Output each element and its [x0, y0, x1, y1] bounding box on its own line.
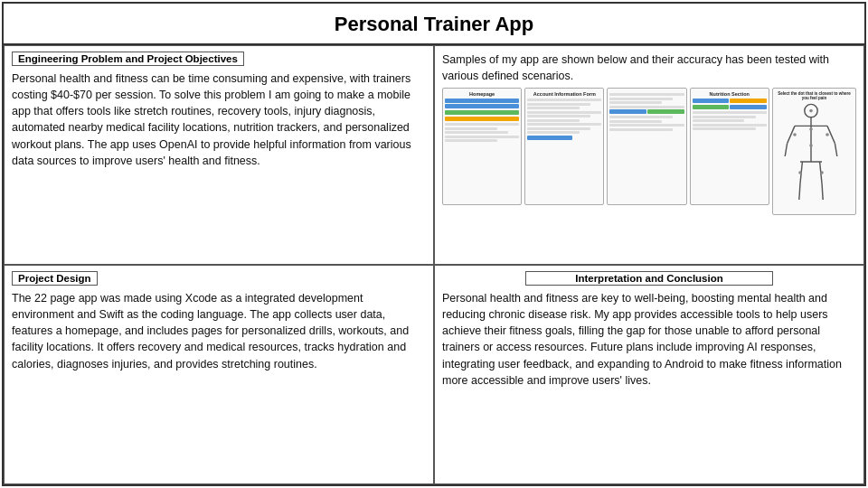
- outer-container: Personal Trainer App Engineering Problem…: [2, 2, 866, 486]
- cell-conclusion: Interpretation and Conclusion Personal h…: [434, 265, 864, 484]
- screen-homepage: Homepage: [442, 88, 522, 205]
- body-diagram-icon: [775, 102, 847, 211]
- cell-engineering-problem: Engineering Problem and Project Objectiv…: [4, 45, 434, 265]
- project-design-label: Project Design: [12, 271, 98, 286]
- svg-point-16: [793, 133, 797, 136]
- cell-project-design: Project Design The 22 page app was made …: [4, 265, 434, 484]
- cell-screenshots: Samples of my app are shown below and th…: [434, 45, 864, 265]
- conclusion-label: Interpretation and Conclusion: [525, 271, 774, 286]
- svg-line-4: [785, 144, 787, 156]
- content-grid: Engineering Problem and Project Objectiv…: [4, 45, 864, 484]
- svg-point-18: [798, 171, 802, 174]
- svg-point-14: [809, 127, 813, 131]
- svg-point-15: [809, 144, 813, 147]
- page-title: Personal Trainer App: [4, 13, 864, 36]
- svg-line-12: [822, 183, 823, 200]
- screenshots-intro: Samples of my app are shown below and th…: [442, 52, 856, 84]
- svg-line-6: [835, 144, 836, 156]
- engineering-problem-label: Engineering Problem and Project Objectiv…: [12, 52, 244, 66]
- screen-account-form: Account Information Form: [524, 88, 604, 205]
- title-bar: Personal Trainer App: [4, 4, 864, 45]
- screen-nutrition: Nutrition Section: [690, 88, 769, 205]
- svg-line-10: [799, 183, 800, 200]
- screenshots-row: Homepage: [442, 88, 856, 215]
- svg-point-13: [809, 109, 813, 113]
- project-design-text: The 22 page app was made using Xcode as …: [12, 290, 426, 372]
- screen-body-pain: Select the dot that is closest to where …: [772, 88, 856, 215]
- engineering-problem-text: Personal health and fitness can be time …: [12, 70, 426, 169]
- svg-point-19: [820, 171, 824, 174]
- screen-middle: [607, 88, 686, 205]
- conclusion-text: Personal health and fitness are key to w…: [442, 290, 856, 389]
- svg-point-17: [826, 133, 829, 136]
